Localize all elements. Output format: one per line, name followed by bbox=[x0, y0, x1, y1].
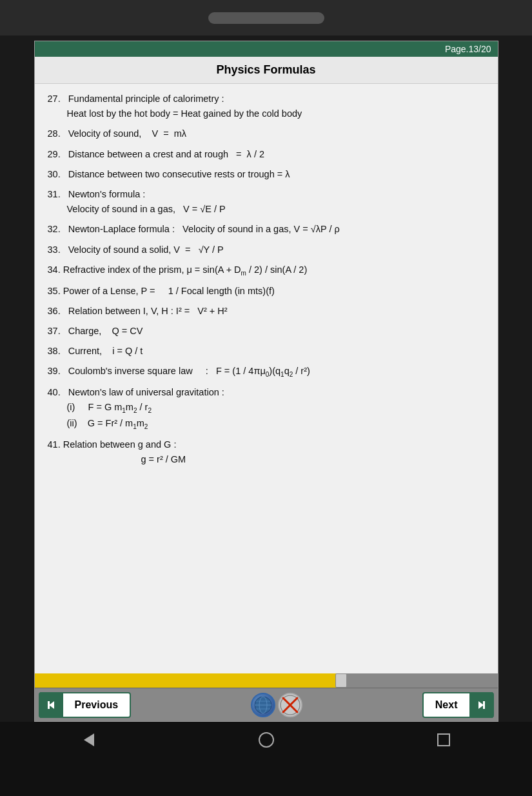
recents-button[interactable] bbox=[432, 728, 455, 751]
progress-bar[interactable] bbox=[35, 673, 498, 688]
formula-30: 30. Distance between two consecutive res… bbox=[48, 167, 485, 182]
svg-rect-1 bbox=[48, 701, 50, 709]
next-icon bbox=[469, 692, 493, 718]
center-icons bbox=[251, 693, 302, 717]
formula-34: 34. Refractive index of the prism, μ = s… bbox=[48, 263, 485, 279]
back-icon bbox=[84, 733, 94, 746]
top-pill bbox=[208, 12, 324, 24]
formula-35: 35. Power of a Lense, P = 1 / Focal leng… bbox=[48, 284, 485, 299]
next-label: Next bbox=[424, 699, 469, 711]
nav-bar: Previous bbox=[35, 688, 498, 721]
home-button[interactable] bbox=[255, 728, 278, 751]
formula-33: 33. Velocity of sound a solid, V = √Y / … bbox=[48, 243, 485, 257]
recents-icon bbox=[437, 733, 450, 746]
formula-36: 36. Relation between I, V, H : I² = V² +… bbox=[48, 304, 485, 319]
progress-thumb[interactable] bbox=[335, 673, 347, 688]
main-container: Page.13/20 Physics Formulas 27. Fundamen… bbox=[34, 41, 498, 722]
progress-fill bbox=[35, 673, 340, 688]
previous-icon bbox=[40, 692, 63, 718]
globe-icon[interactable] bbox=[251, 693, 275, 717]
svg-marker-10 bbox=[478, 701, 484, 709]
formula-41: 41. Relation between g and G : g = r² / … bbox=[48, 437, 485, 467]
previous-label: Previous bbox=[63, 699, 130, 711]
svg-rect-11 bbox=[483, 701, 485, 709]
svg-marker-0 bbox=[49, 701, 54, 709]
formula-29: 29. Distance between a crest and at roug… bbox=[48, 147, 485, 162]
bottom-bar bbox=[0, 757, 532, 796]
page-number: Page.13/20 bbox=[445, 44, 491, 54]
formula-40: 40. Newton's law of universal gravitatio… bbox=[48, 385, 485, 432]
back-button[interactable] bbox=[77, 728, 101, 751]
android-nav-bar bbox=[0, 722, 532, 757]
formula-27: 27. Fundamental principle of calorimetry… bbox=[48, 92, 485, 121]
formula-28: 28. Velocity of sound, V = mλ bbox=[48, 126, 485, 141]
formula-31: 31. Newton's formula : Velocity of sound… bbox=[48, 187, 485, 217]
content-area: 27. Fundamental principle of calorimetry… bbox=[35, 84, 498, 673]
formula-32: 32. Newton-Laplace formula : Velocity of… bbox=[48, 222, 485, 237]
previous-button[interactable]: Previous bbox=[39, 692, 132, 718]
home-icon bbox=[259, 732, 274, 748]
page-title: Physics Formulas bbox=[35, 57, 498, 84]
formula-37: 37. Charge, Q = CV bbox=[48, 324, 485, 339]
compass-icon[interactable] bbox=[278, 693, 302, 717]
formula-38: 38. Current, i = Q / t bbox=[48, 344, 485, 359]
page-number-bar: Page.13/20 bbox=[35, 41, 498, 57]
formula-39: 39. Coulomb's inverse square law : F = (… bbox=[48, 364, 485, 380]
next-button[interactable]: Next bbox=[422, 692, 494, 718]
top-bar bbox=[0, 0, 532, 35]
